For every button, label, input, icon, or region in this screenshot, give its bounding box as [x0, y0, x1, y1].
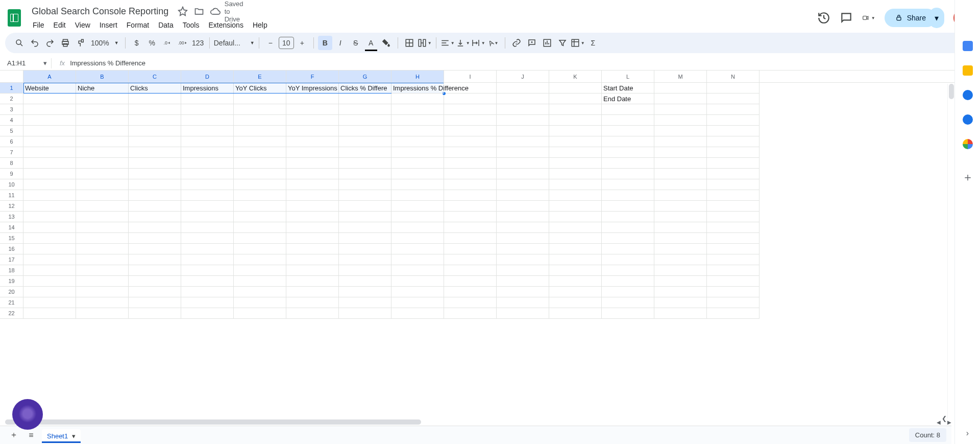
cell[interactable]	[234, 136, 286, 147]
col-header[interactable]: A	[23, 71, 76, 82]
cell[interactable]	[234, 265, 286, 276]
cell[interactable]	[602, 158, 654, 169]
cell[interactable]	[707, 201, 760, 212]
cell[interactable]	[707, 83, 760, 94]
cell[interactable]	[602, 287, 654, 297]
cell[interactable]	[339, 190, 391, 201]
cell[interactable]: Impressions % Difference	[391, 83, 444, 94]
decrease-font-icon[interactable]: −	[263, 36, 278, 50]
cell[interactable]	[444, 147, 497, 158]
col-header[interactable]: N	[707, 71, 760, 82]
sheets-logo[interactable]	[4, 8, 24, 28]
cell[interactable]	[497, 94, 549, 104]
cell[interactable]	[181, 287, 234, 297]
row-header[interactable]: 5	[0, 126, 23, 136]
cell[interactable]	[286, 308, 339, 319]
cell[interactable]	[444, 104, 497, 115]
row-header[interactable]: 19	[0, 276, 23, 287]
cell[interactable]	[181, 126, 234, 136]
cell[interactable]	[23, 179, 76, 190]
keep-icon[interactable]	[963, 65, 973, 76]
cell[interactable]	[549, 94, 602, 104]
cell[interactable]	[444, 179, 497, 190]
cell[interactable]	[234, 244, 286, 254]
cell[interactable]	[339, 179, 391, 190]
cell[interactable]	[602, 179, 654, 190]
cell[interactable]	[654, 297, 707, 308]
cell[interactable]	[707, 212, 760, 222]
link-icon[interactable]	[509, 36, 524, 50]
history-icon[interactable]	[817, 11, 830, 25]
cell[interactable]	[444, 254, 497, 265]
cell[interactable]	[497, 308, 549, 319]
cell[interactable]	[497, 115, 549, 126]
cell[interactable]	[602, 104, 654, 115]
col-header[interactable]: J	[497, 71, 549, 82]
cell[interactable]	[497, 158, 549, 169]
cell[interactable]	[23, 104, 76, 115]
cell[interactable]	[444, 287, 497, 297]
cell[interactable]	[654, 265, 707, 276]
cell[interactable]	[23, 201, 76, 212]
cell[interactable]	[76, 136, 129, 147]
cell[interactable]	[391, 190, 444, 201]
cell[interactable]	[549, 147, 602, 158]
cell[interactable]	[339, 158, 391, 169]
cell[interactable]	[497, 212, 549, 222]
cell[interactable]	[76, 222, 129, 233]
cell[interactable]	[444, 212, 497, 222]
cell[interactable]	[23, 297, 76, 308]
cell[interactable]	[654, 126, 707, 136]
cell[interactable]	[234, 169, 286, 179]
cell[interactable]	[707, 190, 760, 201]
cell[interactable]	[654, 169, 707, 179]
cell[interactable]	[654, 136, 707, 147]
cell[interactable]	[707, 169, 760, 179]
row-header[interactable]: 17	[0, 254, 23, 265]
menu-help[interactable]: Help	[249, 19, 272, 31]
row-header[interactable]: 15	[0, 233, 23, 244]
cell[interactable]	[234, 222, 286, 233]
cell[interactable]	[602, 169, 654, 179]
cell[interactable]	[339, 222, 391, 233]
cell[interactable]	[129, 179, 181, 190]
cell[interactable]	[286, 147, 339, 158]
cell[interactable]	[339, 254, 391, 265]
cell[interactable]	[602, 233, 654, 244]
formula-input[interactable]	[70, 59, 980, 67]
cell[interactable]	[391, 287, 444, 297]
sheet-tab-menu-icon[interactable]: ▾	[72, 432, 76, 440]
percent-button[interactable]: %	[145, 36, 159, 50]
cell[interactable]	[497, 287, 549, 297]
cell[interactable]	[444, 169, 497, 179]
font-size-input[interactable]	[279, 37, 294, 49]
cell[interactable]	[549, 169, 602, 179]
horizontal-scrollbar[interactable]	[0, 418, 947, 426]
cell[interactable]	[707, 308, 760, 319]
cell[interactable]	[444, 233, 497, 244]
cell[interactable]	[234, 115, 286, 126]
cell[interactable]	[286, 276, 339, 287]
cell[interactable]	[23, 233, 76, 244]
cell[interactable]	[286, 265, 339, 276]
undo-icon[interactable]	[28, 36, 42, 50]
cell[interactable]	[76, 297, 129, 308]
cell[interactable]	[234, 212, 286, 222]
cell[interactable]	[654, 147, 707, 158]
cell[interactable]	[549, 287, 602, 297]
cell[interactable]	[497, 147, 549, 158]
search-menus-icon[interactable]	[12, 36, 27, 50]
cell[interactable]	[549, 201, 602, 212]
cell[interactable]	[234, 104, 286, 115]
cell[interactable]	[444, 222, 497, 233]
col-header[interactable]: L	[602, 71, 654, 82]
star-icon[interactable]	[178, 6, 188, 16]
cell[interactable]	[23, 169, 76, 179]
cell[interactable]	[444, 201, 497, 212]
cell[interactable]	[444, 244, 497, 254]
row-header[interactable]: 7	[0, 147, 23, 158]
cell[interactable]	[129, 147, 181, 158]
cell[interactable]	[391, 265, 444, 276]
cell[interactable]	[549, 104, 602, 115]
col-header[interactable]: M	[654, 71, 707, 82]
